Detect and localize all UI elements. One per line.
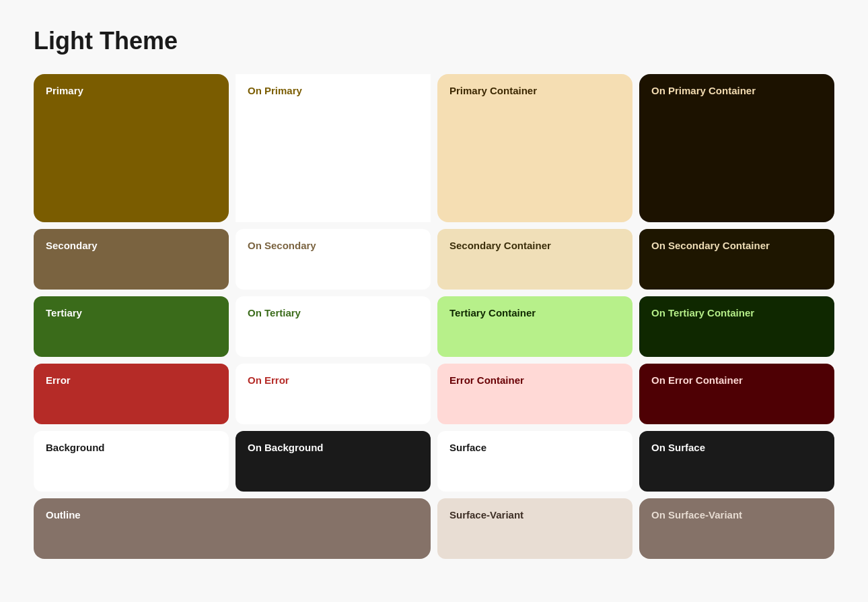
primary-label: Primary — [46, 85, 83, 96]
error-container-cell: Error Container — [437, 364, 632, 424]
on-primary-container-label: On Primary Container — [651, 85, 756, 96]
on-tertiary-container-label: On Tertiary Container — [651, 307, 754, 319]
on-secondary-container-label: On Secondary Container — [651, 240, 770, 251]
on-surface-variant-cell: On Surface-Variant — [639, 498, 834, 559]
page-title: Light Theme — [34, 27, 834, 55]
tertiary-container-cell: Tertiary Container — [437, 296, 632, 357]
on-secondary-container-cell: On Secondary Container — [639, 229, 834, 290]
on-surface-label: On Surface — [651, 442, 705, 453]
on-surface-cell: On Surface — [639, 431, 834, 492]
outline-label: Outline — [46, 509, 81, 521]
background-label: Background — [46, 442, 105, 453]
tertiary-container-label: Tertiary Container — [449, 307, 536, 319]
secondary-container-label: Secondary Container — [449, 240, 551, 251]
primary-container-cell: Primary Container — [437, 74, 632, 222]
surface-variant-cell: Surface-Variant — [437, 498, 632, 559]
on-primary-cell: On Primary — [236, 74, 431, 222]
surface-label: Surface — [449, 442, 486, 453]
primary-cell: Primary — [34, 74, 229, 222]
tertiary-label: Tertiary — [46, 307, 82, 319]
secondary-cell: Secondary — [34, 229, 229, 290]
on-secondary-label: On Secondary — [248, 240, 316, 251]
on-surface-variant-label: On Surface-Variant — [651, 509, 742, 521]
error-label: Error — [46, 374, 71, 386]
on-background-cell: On Background — [236, 431, 431, 492]
on-tertiary-cell: On Tertiary — [236, 296, 431, 357]
on-secondary-cell: On Secondary — [236, 229, 431, 290]
primary-container-label: Primary Container — [449, 85, 537, 96]
on-tertiary-label: On Tertiary — [248, 307, 301, 319]
on-background-label: On Background — [248, 442, 324, 453]
secondary-container-cell: Secondary Container — [437, 229, 632, 290]
on-primary-label: On Primary — [248, 85, 302, 96]
on-error-cell: On Error — [236, 364, 431, 424]
on-error-container-label: On Error Container — [651, 374, 743, 386]
surface-cell: Surface — [437, 431, 632, 492]
outline-cell: Outline — [34, 498, 431, 559]
on-error-container-cell: On Error Container — [639, 364, 834, 424]
surface-variant-label: Surface-Variant — [449, 509, 523, 521]
tertiary-cell: Tertiary — [34, 296, 229, 357]
error-container-label: Error Container — [449, 374, 524, 386]
secondary-label: Secondary — [46, 240, 98, 251]
on-primary-container-cell: On Primary Container — [639, 74, 834, 222]
on-tertiary-container-cell: On Tertiary Container — [639, 296, 834, 357]
background-cell: Background — [34, 431, 229, 492]
error-cell: Error — [34, 364, 229, 424]
on-error-label: On Error — [248, 374, 289, 386]
color-grid: PrimaryOn PrimaryPrimary ContainerOn Pri… — [34, 74, 834, 559]
